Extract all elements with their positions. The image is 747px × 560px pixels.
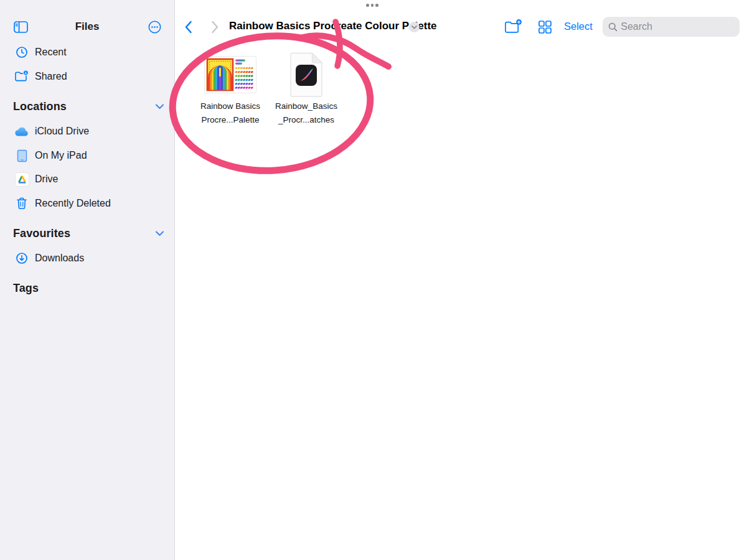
search-input[interactable]	[621, 21, 734, 32]
sidebar-item-recently-deleted[interactable]: Recently Deleted	[14, 194, 111, 213]
forward-button[interactable]	[211, 19, 219, 34]
search-field[interactable]	[603, 17, 740, 37]
multitasking-indicator[interactable]	[366, 4, 378, 7]
sidebar-item-downloads[interactable]: Downloads	[14, 249, 84, 268]
search-icon	[608, 22, 618, 32]
files-app-window: Files Recent	[0, 0, 747, 560]
sidebar-item-on-my-ipad[interactable]: On My iPad	[14, 146, 87, 165]
sidebar: Files Recent	[0, 0, 175, 560]
sidebar-item-icloud-drive[interactable]: iCloud Drive	[14, 122, 89, 141]
chevron-down-icon[interactable]	[155, 104, 164, 110]
sidebar-item-label: Shared	[35, 71, 67, 82]
view-options-button[interactable]	[538, 21, 552, 33]
section-header-label: Tags	[13, 282, 39, 295]
sidebar-section-locations[interactable]: Locations	[13, 99, 164, 114]
file-name-line: Procre...Palette	[201, 115, 259, 125]
sidebar-item-label: On My iPad	[35, 150, 87, 161]
procreate-swatches-file-icon	[288, 52, 324, 98]
section-header-label: Favourites	[13, 227, 70, 240]
grid-view-icon	[538, 21, 552, 34]
file-name-line: Rainbow Basics	[200, 101, 260, 111]
back-button[interactable]	[184, 19, 192, 34]
select-button[interactable]: Select	[564, 21, 593, 32]
sidebar-section-tags: Tags	[13, 281, 164, 296]
new-folder-icon	[504, 19, 522, 35]
folded-corner	[312, 53, 322, 63]
folder-title: Rainbow Basics Procreate Colour Palette	[229, 20, 437, 32]
download-circle-icon	[14, 251, 30, 266]
google-drive-icon	[14, 172, 30, 187]
file-name-line: _Procr...atches	[278, 115, 334, 125]
shared-folder-icon	[14, 69, 30, 84]
sidebar-item-label: iCloud Drive	[35, 126, 89, 137]
chevron-down-icon[interactable]	[155, 231, 164, 236]
ellipsis-circle-icon	[148, 20, 162, 34]
sidebar-item-recent[interactable]: Recent	[14, 43, 67, 62]
sidebar-item-drive[interactable]: Drive	[14, 170, 58, 189]
new-folder-button[interactable]	[504, 18, 522, 35]
clock-icon	[14, 45, 30, 60]
section-header-label: Locations	[13, 100, 67, 113]
chevron-down-icon	[411, 26, 417, 29]
icloud-drive-icon	[14, 124, 30, 139]
sidebar-item-label: Recent	[35, 47, 67, 58]
sidebar-item-shared[interactable]: Shared	[14, 67, 67, 86]
file-tile-rainbow-palette-image[interactable]: Rainbow Basics Procre...Palette	[191, 52, 270, 124]
forward-chevron-icon	[211, 21, 219, 34]
trash-icon	[14, 196, 30, 211]
sidebar-item-label: Downloads	[35, 253, 84, 264]
sidebar-section-favourites[interactable]: Favourites	[13, 226, 164, 241]
file-name-line: Rainbow_Basics	[275, 101, 337, 111]
dot	[366, 4, 369, 7]
file-tile-procreate-swatches[interactable]: Rainbow_Basics _Procr...atches	[267, 52, 345, 124]
ipad-icon	[14, 148, 30, 163]
back-chevron-icon	[184, 21, 192, 34]
folder-title-menu-button[interactable]	[409, 22, 420, 32]
procreate-app-icon	[296, 65, 317, 86]
dot	[371, 4, 374, 7]
rainbow-palette-thumbnail	[205, 57, 256, 93]
more-options-button[interactable]	[148, 19, 162, 34]
sidebar-item-label: Drive	[35, 174, 58, 185]
dot	[375, 4, 378, 7]
sidebar-item-label: Recently Deleted	[35, 198, 111, 209]
